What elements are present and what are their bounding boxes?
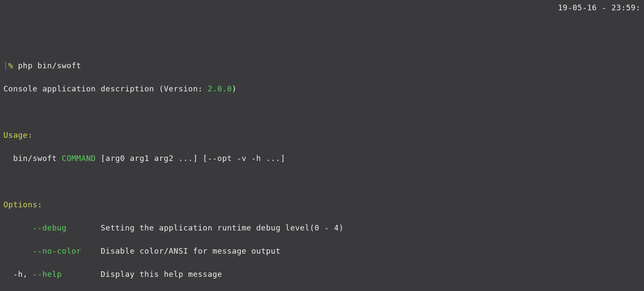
prompt-percent: % — [8, 61, 13, 70]
option-desc: Display this help message — [101, 270, 222, 279]
usage-prefix: bin/swoft — [3, 154, 62, 163]
prompt-line: [% php bin/swoft19-05-16 - 23:59: — [3, 60, 641, 71]
option-desc: Disable color/ANSI for message output — [101, 246, 280, 255]
usage-line: bin/swoft COMMAND [arg0 arg1 arg2 ...] [… — [3, 152, 641, 164]
blank-line — [3, 176, 641, 187]
option-row: --no-color Disable color/ANSI for messag… — [3, 245, 641, 257]
options-heading: Options: — [3, 199, 641, 210]
terminal-output: [% php bin/swoft19-05-16 - 23:59: Consol… — [3, 48, 641, 291]
usage-command: COMMAND — [62, 154, 96, 163]
option-flag: --no-color — [33, 246, 81, 255]
app-description: Console application description (Version… — [3, 83, 641, 94]
option-flag: --help — [33, 270, 62, 279]
app-version: 2.0.0 — [208, 84, 232, 93]
option-desc: Setting the application runtime debug le… — [101, 223, 344, 232]
option-row: --debug Setting the application runtime … — [3, 222, 641, 233]
prompt-bracket: [ — [3, 61, 8, 70]
app-desc-prefix: Console application description (Version… — [3, 84, 208, 93]
prompt-command: php bin/swoft — [13, 61, 81, 70]
blank-line — [3, 106, 641, 118]
usage-heading: Usage: — [3, 129, 641, 141]
usage-args: [arg0 arg1 arg2 ...] [--opt -v -h ...] — [96, 154, 285, 163]
option-flag: --debug — [33, 223, 66, 232]
timestamp: 19-05-16 - 23:59: — [558, 2, 641, 13]
option-short: -h, — [13, 270, 33, 279]
app-desc-suffix: ) — [232, 84, 237, 93]
option-row: -h, --help Display this help message — [3, 268, 641, 280]
